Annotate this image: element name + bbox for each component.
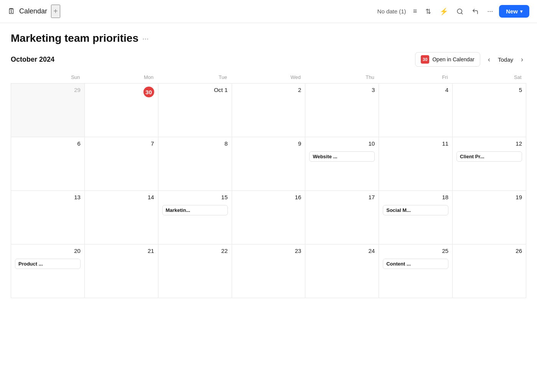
calendar-day-cell[interactable]: 22 xyxy=(158,244,232,298)
page-menu-icon[interactable]: ··· xyxy=(142,34,149,43)
calendar-day-cell[interactable]: 3 xyxy=(305,84,379,137)
event-pill[interactable]: Website ... xyxy=(309,151,375,162)
search-icon xyxy=(456,8,463,15)
today-number: 30 xyxy=(143,87,154,97)
day-number: 9 xyxy=(298,140,301,147)
filter-button[interactable]: ≡ xyxy=(411,5,420,18)
page-header: Marketing team priorities ··· xyxy=(0,23,537,49)
prev-month-button[interactable]: ‹ xyxy=(485,54,493,65)
calendar-day-cell[interactable]: 23 xyxy=(232,244,305,298)
new-chevron-icon: ▾ xyxy=(520,9,522,14)
calendar-day-cell[interactable]: 14 xyxy=(84,191,158,244)
day-number: 5 xyxy=(519,87,522,93)
topbar-title: Calendar xyxy=(19,7,47,15)
event-pill[interactable]: Content ... xyxy=(383,259,448,269)
day-number-wrap: 20 xyxy=(15,248,81,256)
calendar-day-cell[interactable]: 12Client Pr... xyxy=(453,137,526,191)
calendar-day-cell[interactable]: 11 xyxy=(379,137,453,191)
day-number: 20 xyxy=(74,248,81,254)
day-number-wrap: 17 xyxy=(309,194,375,203)
topbar-right: ≡ ⇅ ⚡ ··· New ▾ xyxy=(411,5,529,18)
calendar-day-cell[interactable]: 5 xyxy=(453,84,526,137)
day-number: 24 xyxy=(369,248,375,254)
day-number-wrap: 9 xyxy=(236,140,301,149)
calendar-day-cell[interactable]: 20Product ... xyxy=(11,244,85,298)
undo-icon xyxy=(472,8,479,15)
topbar-left: 🗓 Calendar + xyxy=(8,5,373,18)
calendar-day-cell[interactable]: Oct 1 xyxy=(158,84,232,137)
calendar-day-cell[interactable]: 17 xyxy=(305,191,379,244)
calendar-day-cell[interactable]: 13 xyxy=(11,191,85,244)
back-button[interactable] xyxy=(469,6,481,17)
event-pill[interactable]: Social M... xyxy=(383,205,448,215)
day-number: 3 xyxy=(372,87,375,93)
day-number: 16 xyxy=(295,194,301,200)
calendar-week-row: 2930Oct 12345 xyxy=(11,84,526,137)
calendar-controls: October 2024 30 Open in Calendar ‹ Today… xyxy=(0,49,537,71)
calendar-day-cell[interactable]: 6 xyxy=(11,137,85,191)
calendar-body: 2930Oct 12345678910Website ...1112Client… xyxy=(11,84,526,298)
more-button[interactable]: ··· xyxy=(485,5,495,18)
day-number: 19 xyxy=(516,194,522,200)
calendar-week-row: 20Product ...2122232425Content ...26 xyxy=(11,244,526,298)
day-number-wrap: 13 xyxy=(15,194,81,203)
day-number-wrap: 29 xyxy=(15,87,81,95)
calendar-day-cell[interactable]: 4 xyxy=(379,84,453,137)
day-number-wrap: Oct 1 xyxy=(162,87,228,95)
day-number: 25 xyxy=(442,248,448,254)
day-number-wrap: 7 xyxy=(89,140,154,149)
day-number-wrap: 14 xyxy=(89,194,154,203)
new-button[interactable]: New ▾ xyxy=(499,5,529,18)
calendar-wrap: SunMonTueWedThuFriSat 2930Oct 1234567891… xyxy=(0,71,537,298)
day-number: 2 xyxy=(298,87,301,93)
calendar-day-cell[interactable]: 19 xyxy=(453,191,526,244)
calendar-grid: SunMonTueWedThuFriSat 2930Oct 1234567891… xyxy=(11,71,526,298)
day-number-wrap: 5 xyxy=(456,87,522,95)
calendar-day-cell[interactable]: 15Marketin... xyxy=(158,191,232,244)
day-number: 26 xyxy=(516,248,522,254)
calendar-day-cell[interactable]: 30 xyxy=(84,84,158,137)
calendar-day-cell[interactable]: 21 xyxy=(84,244,158,298)
day-number-wrap: 21 xyxy=(89,248,154,256)
calendar-day-cell[interactable]: 16 xyxy=(232,191,305,244)
event-pill[interactable]: Marketin... xyxy=(162,205,228,215)
day-number-wrap: 8 xyxy=(162,140,228,149)
day-of-week-header: Tue xyxy=(158,71,232,84)
day-number-wrap: 10 xyxy=(309,140,375,149)
month-label: October 2024 xyxy=(11,56,54,64)
next-month-button[interactable]: › xyxy=(518,54,526,65)
day-number: 23 xyxy=(295,248,301,254)
calendar-day-cell[interactable]: 7 xyxy=(84,137,158,191)
page-title: Marketing team priorities xyxy=(11,32,138,44)
day-number: 4 xyxy=(445,87,448,93)
calendar-day-cell[interactable]: 10Website ... xyxy=(305,137,379,191)
event-pill[interactable]: Product ... xyxy=(15,259,81,269)
calendar-day-cell[interactable]: 29 xyxy=(11,84,85,137)
day-number-wrap: 18 xyxy=(383,194,448,203)
add-view-button[interactable]: + xyxy=(51,5,60,18)
calendar-day-cell[interactable]: 8 xyxy=(158,137,232,191)
calendar-week-row: 131415Marketin...161718Social M...19 xyxy=(11,191,526,244)
calendar-grid-icon: 🗓 xyxy=(8,7,15,16)
search-button[interactable] xyxy=(454,6,466,17)
day-number: 14 xyxy=(148,194,154,200)
event-pill[interactable]: Client Pr... xyxy=(456,151,522,162)
day-number-wrap: 22 xyxy=(162,248,228,256)
day-number-wrap: 24 xyxy=(309,248,375,256)
day-number: Oct 1 xyxy=(214,87,228,93)
day-number-wrap: 3 xyxy=(309,87,375,95)
calendar-day-cell[interactable]: 18Social M... xyxy=(379,191,453,244)
day-of-week-header: Wed xyxy=(232,71,305,84)
calendar-day-cell[interactable]: 24 xyxy=(305,244,379,298)
calendar-day-cell[interactable]: 9 xyxy=(232,137,305,191)
day-number-wrap: 11 xyxy=(383,140,448,149)
calendar-day-cell[interactable]: 25Content ... xyxy=(379,244,453,298)
day-number-wrap: 30 xyxy=(89,87,154,97)
day-number-wrap: 15 xyxy=(162,194,228,203)
nodate-label[interactable]: No date (1) xyxy=(377,8,406,15)
calendar-day-cell[interactable]: 26 xyxy=(453,244,526,298)
calendar-day-cell[interactable]: 2 xyxy=(232,84,305,137)
sort-button[interactable]: ⇅ xyxy=(423,5,433,18)
open-in-calendar-button[interactable]: 30 Open in Calendar xyxy=(415,52,480,67)
bolt-button[interactable]: ⚡ xyxy=(437,5,450,18)
